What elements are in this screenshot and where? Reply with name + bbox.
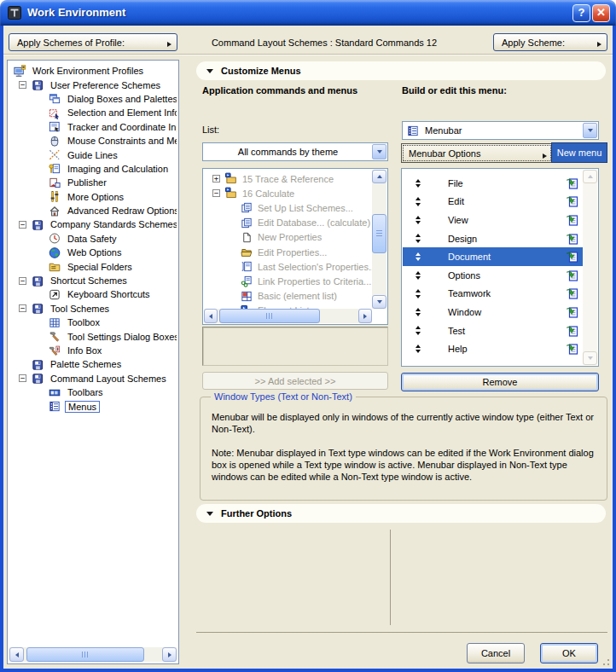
scroll-thumb[interactable] xyxy=(26,647,144,662)
scroll-thumb[interactable] xyxy=(372,214,386,253)
tree-item-publisher[interactable]: Publisher xyxy=(9,176,177,189)
title-bar[interactable]: Work Environment ? ✕ xyxy=(0,0,616,26)
tree-hscrollbar[interactable] xyxy=(9,647,177,662)
menu-item-edit[interactable]: Edit xyxy=(403,193,584,211)
collapse-icon[interactable]: − xyxy=(212,189,220,197)
edit-menu-icon[interactable] xyxy=(566,269,579,282)
tree-item-data-safety[interactable]: Data Safety xyxy=(9,232,177,246)
collapse-icon[interactable]: − xyxy=(19,81,26,89)
tree-item-guide-lines[interactable]: Guide Lines xyxy=(9,148,177,161)
tree-item-work-environment-profiles[interactable]: Work Environment Profiles xyxy=(9,64,177,78)
menu-item-window[interactable]: Window xyxy=(403,303,584,322)
command-item-link-properties[interactable]: Link Properties to Criteria... xyxy=(204,274,372,288)
further-options-header[interactable]: Further Options xyxy=(196,504,606,523)
move-updown-icon[interactable] xyxy=(414,345,422,354)
command-item-new-properties[interactable]: New Properties xyxy=(204,230,372,245)
dropdown-button[interactable] xyxy=(372,144,386,159)
collapse-icon[interactable]: − xyxy=(19,277,26,285)
edit-menu-icon[interactable] xyxy=(566,250,579,264)
resize-grip[interactable] xyxy=(600,656,610,666)
command-item-last-selections-properties[interactable]: Last Selection's Properties... xyxy=(204,259,372,274)
scroll-up-button-disabled[interactable] xyxy=(583,170,597,183)
edit-menu-icon[interactable] xyxy=(566,232,579,246)
tree-item-user-preference-schemes[interactable]: −User Preference Schemes xyxy=(9,78,177,91)
move-updown-icon[interactable] xyxy=(414,252,422,262)
edit-menu-icon[interactable] xyxy=(566,213,579,227)
command-item-basic-element-list[interactable]: Basic (element list) xyxy=(204,289,372,304)
collapse-icon[interactable]: − xyxy=(19,221,26,229)
menu-item-view[interactable]: View xyxy=(403,211,584,229)
edit-menu-icon[interactable] xyxy=(566,342,579,356)
commands-filter-combobox[interactable]: All commands by theme xyxy=(202,142,388,161)
menu-list-vscrollbar[interactable] xyxy=(583,170,597,365)
command-tree-hscrollbar[interactable] xyxy=(204,309,372,323)
collapse-icon[interactable]: − xyxy=(19,374,26,382)
edit-menu-icon[interactable] xyxy=(566,324,579,338)
command-item-edit-properties[interactable]: Edit Properties... xyxy=(204,245,372,259)
scroll-up-button[interactable] xyxy=(372,170,386,183)
menu-item-teamwork[interactable]: Teamwork xyxy=(403,285,584,304)
menu-item-file[interactable]: File xyxy=(403,174,584,193)
tree-item-command-layout-schemes[interactable]: −Command Layout Schemes xyxy=(9,372,177,385)
tree-item-company-standards-schemes[interactable]: −Company Standards Schemes xyxy=(9,217,177,231)
edit-menu-icon[interactable] xyxy=(566,194,579,208)
collapse-icon[interactable]: − xyxy=(19,304,26,312)
tree-item-toolbox[interactable]: Toolbox xyxy=(9,316,177,329)
move-updown-icon[interactable] xyxy=(414,216,422,225)
tree-item-more-options[interactable]: More Options xyxy=(9,190,177,204)
scroll-down-button[interactable] xyxy=(372,295,386,309)
command-item-set-up-list-schemes[interactable]: Set Up List Schemes... xyxy=(204,200,372,215)
move-updown-icon[interactable] xyxy=(414,197,422,206)
scroll-down-button-disabled[interactable] xyxy=(583,351,597,365)
add-selected-button[interactable]: >> Add selected >> xyxy=(202,372,388,390)
edit-menu-icon[interactable] xyxy=(566,177,579,190)
tree-item-info-box[interactable]: Info Box xyxy=(9,344,177,357)
apply-scheme-button[interactable]: Apply Scheme: xyxy=(493,33,607,51)
menu-selector-combobox[interactable]: Menubar xyxy=(402,121,599,140)
scroll-right-button[interactable] xyxy=(358,309,372,323)
tree-item-shortcut-schemes[interactable]: −Shortcut Schemes xyxy=(9,274,177,287)
profile-tree-panel[interactable]: Work Environment Profiles −User Preferen… xyxy=(7,60,179,664)
move-updown-icon[interactable] xyxy=(414,289,422,298)
scroll-left-button[interactable] xyxy=(9,647,24,662)
remove-button[interactable]: Remove xyxy=(401,373,599,391)
move-updown-icon[interactable] xyxy=(414,271,422,281)
command-item-edit-database[interactable]: Edit Database... (calculate) xyxy=(204,216,372,230)
edit-menu-icon[interactable] xyxy=(566,287,579,300)
command-tree-vscrollbar[interactable] xyxy=(372,170,386,309)
tree-item-tool-schemes[interactable]: −Tool Schemes xyxy=(9,302,177,316)
menu-item-document-selected[interactable]: Document xyxy=(403,247,584,266)
move-updown-icon[interactable] xyxy=(414,179,422,188)
apply-schemes-of-profile-button[interactable]: Apply Schemes of Profile: xyxy=(9,33,177,51)
tree-item-mouse-constraints[interactable]: Mouse Constraints and Methods xyxy=(9,134,177,148)
tree-item-selection-and-element-information[interactable]: Selection and Element Information xyxy=(9,106,177,119)
menu-item-test[interactable]: Test xyxy=(403,322,584,340)
tree-item-web-options[interactable]: Web Options xyxy=(9,246,177,259)
scroll-thumb[interactable] xyxy=(219,309,320,323)
expand-icon[interactable]: + xyxy=(212,175,220,182)
move-updown-icon[interactable] xyxy=(414,234,422,243)
new-menu-button[interactable]: New menu xyxy=(551,142,607,163)
tree-item-imaging-and-calculation[interactable]: Imaging and Calculation xyxy=(9,162,177,176)
tree-item-keyboard-shortcuts[interactable]: Keyboard Shortcuts xyxy=(9,287,177,301)
ok-button[interactable]: OK xyxy=(540,643,598,663)
menu-item-help[interactable]: Help xyxy=(403,339,584,358)
tree-item-special-folders[interactable]: Special Folders xyxy=(9,259,177,273)
tree-item-tracker-and-coordinate-input[interactable]: Tracker and Coordinate Input xyxy=(9,120,177,134)
tree-item-toolbars[interactable]: Toolbars xyxy=(9,385,177,399)
menu-item-options[interactable]: Options xyxy=(403,266,584,285)
menu-item-design[interactable]: Design xyxy=(403,229,584,248)
tree-item-menus[interactable]: Menus xyxy=(9,399,177,413)
command-group-trace-reference[interactable]: +15 Trace & Reference xyxy=(204,171,372,186)
help-button[interactable]: ? xyxy=(572,4,590,22)
tree-item-advanced-redraw-options[interactable]: Advanced Redraw Options xyxy=(9,204,177,217)
menu-items-listbox[interactable]: File Edit View Design Document Options T… xyxy=(401,168,599,367)
tree-item-dialog-boxes-and-palettes[interactable]: Dialog Boxes and Palettes xyxy=(9,92,177,106)
edit-menu-icon[interactable] xyxy=(566,305,579,319)
tree-item-palette-schemes[interactable]: Palette Schemes xyxy=(9,357,177,371)
close-button[interactable]: ✕ xyxy=(592,4,610,22)
scroll-right-button[interactable] xyxy=(162,647,177,662)
cancel-button[interactable]: Cancel xyxy=(467,643,525,663)
tree-item-tool-settings-dialog-boxes[interactable]: Tool Settings Dialog Boxes xyxy=(9,329,177,343)
dropdown-button[interactable] xyxy=(583,123,597,138)
